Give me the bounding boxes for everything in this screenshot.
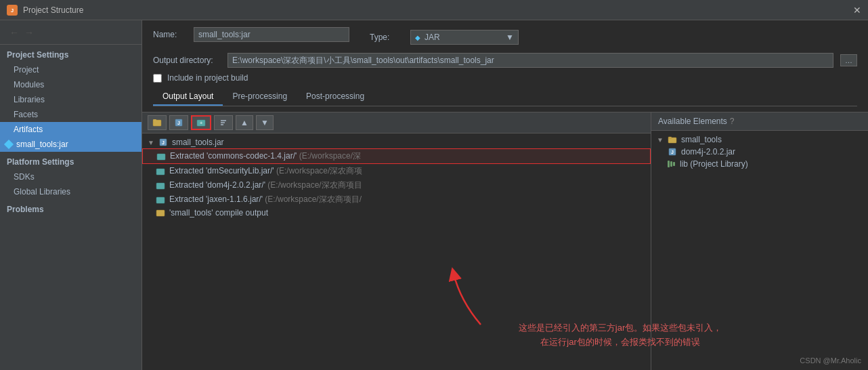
project-settings-header: Project Settings: [0, 45, 142, 62]
back-button[interactable]: ←: [9, 27, 19, 38]
extract-icon-2: [156, 181, 165, 190]
available-elements-title: Available Elements: [658, 117, 727, 126]
sidebar-item-global-libraries[interactable]: Global Libraries: [0, 184, 142, 199]
window-title: Project Structure: [23, 5, 83, 15]
compile-icon: [156, 208, 165, 218]
create-dir-button[interactable]: [148, 115, 167, 130]
problems-header: Problems: [0, 199, 142, 217]
svg-text:J: J: [177, 121, 180, 125]
tree-item-4[interactable]: 'small_tools' compile output: [142, 207, 651, 219]
tree-item-label-2: Extracted 'dom4j-2.0.2.jar/' (E:/workspa…: [169, 180, 362, 191]
svg-rect-13: [157, 154, 165, 160]
extract-icon-3: [156, 195, 165, 205]
name-row: Name:: [153, 27, 349, 42]
tab-preprocessing[interactable]: Pre-processing: [223, 88, 297, 106]
watermark: CSDN @Mr.Aholic: [800, 356, 861, 365]
artifact-name: small_tools:jar: [16, 140, 68, 149]
svg-text:J: J: [162, 140, 165, 145]
main-layout: ← → Project Settings Project Modules Lib…: [0, 20, 868, 370]
output-layout-area: J +: [142, 112, 868, 370]
jar-avail-icon: J: [668, 147, 677, 157]
sidebar-item-artifacts[interactable]: Artifacts: [0, 122, 142, 137]
tree-item-label-0: Extracted 'commons-codec-1.4.jar/' (E:/w…: [170, 150, 361, 162]
tree-root-label: small_tools.jar: [172, 138, 224, 147]
available-elements-header: Available Elements ?: [651, 112, 868, 131]
layout-toolbar: J +: [142, 112, 651, 133]
name-input[interactable]: [194, 27, 349, 42]
browse-folder-button[interactable]: …: [840, 54, 857, 66]
close-button[interactable]: ✕: [853, 5, 861, 16]
output-dir-label: Output directory:: [153, 56, 221, 65]
extract-icon-1: [156, 167, 165, 176]
avail-section-small-tools[interactable]: ▼ small_tools: [651, 133, 868, 146]
avail-item-dom4j-label: dom4j-2.0.2.jar: [681, 147, 735, 157]
type-row: Type: ◆ JAR ▼: [370, 30, 519, 45]
artifact-list-item[interactable]: small_tools:jar: [0, 137, 142, 152]
available-elements-panel: Available Elements ? ▼ small_tools: [651, 112, 868, 370]
sidebar-item-sdks[interactable]: SDKs: [0, 169, 142, 184]
add-extracted-button[interactable]: +: [191, 115, 211, 130]
tree-item-3[interactable]: Extracted 'jaxen-1.1.6.jar/' (E:/workspa…: [142, 192, 651, 207]
name-label: Name:: [153, 30, 187, 39]
avail-item-lib-label: lib (Project Library): [680, 159, 748, 169]
platform-settings-header: Platform Settings: [0, 152, 142, 169]
sidebar-item-modules[interactable]: Modules: [0, 77, 142, 92]
layout-left-panel: J +: [142, 112, 651, 370]
module-folder-icon: [668, 135, 677, 144]
sidebar-toolbar: ← →: [0, 20, 142, 45]
avail-section-label: small_tools: [681, 135, 722, 144]
nav-arrows: ← →: [5, 27, 38, 38]
type-select[interactable]: ◆ JAR ▼: [410, 30, 519, 45]
include-checkbox-row: Include in project build: [153, 73, 857, 83]
tree-root-item[interactable]: ▼ J small_tools.jar: [142, 136, 651, 148]
svg-rect-3: [153, 119, 156, 121]
available-elements-tree: ▼ small_tools J dom4j-2.0.2.jar: [651, 131, 868, 370]
output-dir-input[interactable]: [227, 53, 833, 68]
tree-item-1[interactable]: Extracted 'dmSecurityLib.jar/' (E:/works…: [142, 164, 651, 178]
extract-icon-0: [156, 152, 166, 161]
forward-button[interactable]: →: [24, 27, 34, 38]
tab-output-layout[interactable]: Output Layout: [153, 88, 223, 106]
tree-item-2[interactable]: Extracted 'dom4j-2.0.2.jar/' (E:/workspa…: [142, 178, 651, 192]
title-bar: J Project Structure ✕: [0, 0, 868, 20]
jar-file-icon: J: [158, 138, 168, 147]
layout-tree: ▼ J small_tools.jar Extracted 'commons-c…: [142, 133, 651, 370]
move-up-button[interactable]: ▲: [236, 115, 253, 130]
include-checkbox[interactable]: [153, 74, 162, 83]
tab-postprocessing[interactable]: Post-processing: [297, 88, 374, 106]
svg-rect-2: [153, 120, 161, 126]
type-dropdown-icon: ▼: [506, 33, 514, 42]
avail-item-lib[interactable]: lib (Project Library): [651, 158, 868, 170]
artifact-icon: [4, 140, 14, 149]
tree-item-0[interactable]: Extracted 'commons-codec-1.4.jar/' (E:/w…: [142, 148, 651, 164]
include-label: Include in project build: [167, 73, 248, 83]
sidebar-item-project[interactable]: Project: [0, 62, 142, 77]
svg-rect-14: [156, 169, 165, 175]
svg-rect-15: [156, 183, 165, 189]
tabs-row: Output Layout Pre-processing Post-proces…: [153, 88, 857, 106]
sidebar-item-libraries[interactable]: Libraries: [0, 92, 142, 107]
svg-rect-16: [156, 197, 165, 203]
output-dir-row: Output directory: …: [153, 53, 857, 68]
avail-item-dom4j[interactable]: J dom4j-2.0.2.jar: [651, 146, 868, 158]
content-header: Name: Type: ◆ JAR ▼ Output directo: [142, 20, 868, 112]
content-area: Name: Type: ◆ JAR ▼ Output directo: [142, 20, 868, 370]
svg-rect-17: [156, 210, 165, 216]
move-down-button[interactable]: ▼: [256, 115, 274, 130]
svg-text:J: J: [11, 7, 14, 14]
svg-text:+: +: [200, 120, 203, 126]
help-icon[interactable]: ?: [730, 117, 735, 126]
tree-item-label-3: Extracted 'jaxen-1.1.6.jar/' (E:/workspa…: [169, 194, 362, 205]
type-value: JAR: [425, 33, 440, 42]
type-label: Type:: [370, 33, 404, 42]
svg-text:J: J: [671, 150, 674, 155]
tree-item-label-1: Extracted 'dmSecurityLib.jar/' (E:/works…: [169, 165, 362, 177]
tree-item-label-4: 'small_tools' compile output: [169, 208, 268, 218]
lib-icon: [668, 160, 676, 168]
sidebar-item-facets[interactable]: Facets: [0, 107, 142, 122]
sort-button[interactable]: [214, 115, 233, 130]
app-icon: J: [7, 5, 18, 16]
svg-rect-19: [668, 137, 672, 138]
add-jar-button[interactable]: J: [169, 115, 188, 130]
sidebar: ← → Project Settings Project Modules Lib…: [0, 20, 142, 370]
